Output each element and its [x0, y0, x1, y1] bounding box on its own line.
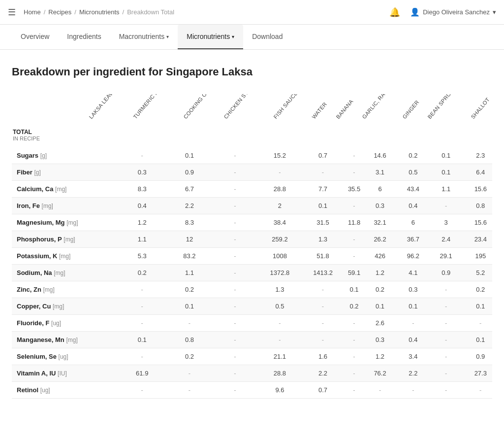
cell-6-9: 195 — [459, 248, 492, 265]
table-row: Manganese, Mn [mg]0.10.8----0.30.4-0.10.… — [12, 332, 492, 348]
macronutrients-arrow: ▾ — [166, 34, 169, 39]
cell-6-4: 51.8 — [305, 248, 342, 265]
cell-7-7: 4.1 — [393, 265, 434, 281]
cell-2-1: 6.7 — [164, 181, 215, 198]
cell-10-8: - — [433, 315, 459, 332]
cell-13-6: 76.2 — [367, 365, 393, 382]
cell-1-4: - — [305, 164, 342, 181]
cell-4-8: 3 — [433, 214, 459, 231]
cell-12-0: - — [120, 348, 164, 365]
cell-7-3: 1372.8 — [255, 265, 304, 281]
cell-5-2: - — [215, 231, 255, 248]
cell-1-5: - — [342, 164, 367, 181]
breadcrumb-current: Breakdown Total — [127, 8, 174, 16]
nutrient-name-10: Fluoride, F [ug] — [12, 315, 120, 332]
cell-9-2: - — [215, 298, 255, 315]
cell-6-3: 1008 — [255, 248, 304, 265]
cell-12-1: 0.2 — [164, 348, 215, 365]
cell-9-6: 0.1 — [367, 298, 393, 315]
table-row: Selenium, Se [ug]-0.2-21.11.6-1.23.4-0.9… — [12, 348, 492, 365]
nutrient-name-11: Manganese, Mn [mg] — [12, 332, 120, 348]
cell-5-4: 1.3 — [305, 231, 342, 248]
breadcrumb-home[interactable]: Home — [24, 8, 41, 16]
cell-1-1: 0.9 — [164, 164, 215, 181]
nutrient-name-0: Sugars [g] — [12, 147, 120, 164]
cell-6-0: 5.3 — [120, 248, 164, 265]
cell-12-7: 3.4 — [393, 348, 434, 365]
table-row: Retinol [ug]---9.60.7---------- — [12, 382, 492, 399]
cell-5-8: 2.4 — [433, 231, 459, 248]
cell-3-6: 0.3 — [367, 198, 393, 214]
cell-4-6: 32.1 — [367, 214, 393, 231]
cell-0-2: - — [215, 147, 255, 164]
cell-3-4: 0.1 — [305, 198, 342, 214]
cell-5-9: 23.4 — [459, 231, 492, 248]
cell-1-7: 0.5 — [393, 164, 434, 181]
cell-9-5: 0.2 — [342, 298, 367, 315]
top-nav: ☰ Home / Recipes / Micronutrients / Brea… — [0, 0, 504, 25]
cell-12-9: 0.9 — [459, 348, 492, 365]
cell-12-6: 1.2 — [367, 348, 393, 365]
tab-overview[interactable]: Overview — [12, 25, 58, 49]
cell-4-3: 38.4 — [255, 214, 304, 231]
nutrient-name-9: Copper, Cu [mg] — [12, 298, 120, 315]
nutrition-table: TOTAL IN RECIPE LAKSA LEAVESTURMERIC ROO… — [12, 94, 492, 399]
cell-4-1: 8.3 — [164, 214, 215, 231]
cell-1-0: 0.3 — [120, 164, 164, 181]
tab-download[interactable]: Download — [243, 25, 291, 49]
cell-14-8: - — [433, 382, 459, 399]
cell-9-4: - — [305, 298, 342, 315]
hamburger-menu[interactable]: ☰ — [8, 7, 16, 18]
cell-13-5: - — [342, 365, 367, 382]
cell-11-4: - — [305, 332, 342, 348]
cell-3-9: 0.8 — [459, 198, 492, 214]
cell-3-8: - — [433, 198, 459, 214]
cell-5-0: 1.1 — [120, 231, 164, 248]
cell-2-2: - — [215, 181, 255, 198]
cell-5-6: 26.2 — [367, 231, 393, 248]
cell-10-5: - — [342, 315, 367, 332]
cell-9-9: 0.1 — [459, 298, 492, 315]
cell-4-5: 11.8 — [342, 214, 367, 231]
cell-7-8: 0.9 — [433, 265, 459, 281]
cell-8-4: - — [305, 281, 342, 298]
cell-11-5: - — [342, 332, 367, 348]
cell-6-2: - — [215, 248, 255, 265]
cell-10-0: - — [120, 315, 164, 332]
cell-1-3: - — [255, 164, 304, 181]
page-title: Breakdown per ingredient for Singapore L… — [12, 66, 492, 78]
cell-13-3: 28.8 — [255, 365, 304, 382]
cell-13-1: - — [164, 365, 215, 382]
cell-8-2: - — [215, 281, 255, 298]
cell-9-8: - — [433, 298, 459, 315]
table-row: Fluoride, F [ug]------2.6-------- — [12, 315, 492, 332]
cell-4-9: 15.6 — [459, 214, 492, 231]
cell-8-0: - — [120, 281, 164, 298]
nutrient-name-6: Potassium, K [mg] — [12, 248, 120, 265]
nutrient-name-1: Fiber [g] — [12, 164, 120, 181]
cell-2-8: 1.1 — [433, 181, 459, 198]
table-row: Calcium, Ca [mg]8.36.7-28.87.735.5643.41… — [12, 181, 492, 198]
cell-10-9: - — [459, 315, 492, 332]
nutrient-name-8: Zinc, Zn [mg] — [12, 281, 120, 298]
micronutrients-arrow: ▾ — [232, 34, 234, 39]
cell-5-3: 259.2 — [255, 231, 304, 248]
cell-6-1: 83.2 — [164, 248, 215, 265]
bell-icon[interactable]: 🔔 — [389, 7, 400, 18]
cell-8-1: 0.2 — [164, 281, 215, 298]
breadcrumb-micronutrients[interactable]: Micronutrients — [79, 8, 120, 16]
nutrient-name-4: Magnesium, Mg [mg] — [12, 214, 120, 231]
top-nav-right: 🔔 👤 Diego Oliveira Sanchez ▾ — [389, 7, 496, 18]
tab-macronutrients[interactable]: Macronutrients ▾ — [110, 25, 178, 49]
cell-3-2: - — [215, 198, 255, 214]
user-menu[interactable]: 👤 Diego Oliveira Sanchez ▾ — [410, 7, 496, 17]
cell-14-7: - — [393, 382, 434, 399]
cell-13-2: - — [215, 365, 255, 382]
tab-micronutrients[interactable]: Micronutrients ▾ — [178, 25, 243, 49]
cell-14-9: - — [459, 382, 492, 399]
cell-2-9: 15.6 — [459, 181, 492, 198]
tab-ingredients[interactable]: Ingredients — [58, 25, 110, 49]
breadcrumb-recipes[interactable]: Recipes — [48, 8, 71, 16]
cell-12-3: 21.1 — [255, 348, 304, 365]
cell-8-6: 0.2 — [367, 281, 393, 298]
